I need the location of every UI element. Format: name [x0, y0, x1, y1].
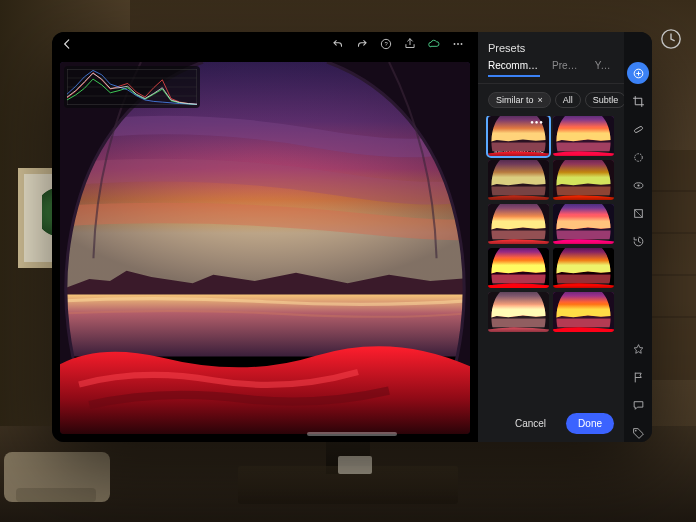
help-icon[interactable]: ? [374, 37, 398, 55]
tool-edit-icon[interactable] [627, 62, 649, 84]
svg-rect-27 [553, 160, 614, 187]
svg-rect-36 [553, 275, 614, 284]
tool-redeye-icon[interactable] [627, 174, 649, 196]
tab-yours[interactable]: Yours [595, 60, 614, 77]
svg-rect-33 [488, 248, 549, 275]
spatial-control-knob[interactable] [660, 28, 682, 50]
svg-rect-32 [553, 231, 614, 240]
chip-all[interactable]: All [555, 92, 581, 108]
preset-thumb[interactable] [488, 292, 549, 332]
preset-thumb[interactable] [553, 204, 614, 244]
preset-thumb[interactable] [488, 116, 549, 156]
svg-point-15 [634, 153, 642, 161]
presets-panel: Presets RecommendedPremiumYours Similar … [478, 32, 652, 442]
chip-close-icon[interactable]: × [538, 95, 543, 105]
svg-rect-37 [488, 292, 549, 319]
photo-canvas[interactable] [60, 62, 470, 434]
room-book [338, 456, 372, 474]
svg-rect-39 [553, 292, 614, 319]
tool-flag-icon[interactable] [627, 366, 649, 388]
svg-rect-31 [553, 204, 614, 231]
done-button[interactable]: Done [566, 413, 614, 434]
tool-crop-icon[interactable] [627, 90, 649, 112]
svg-point-17 [637, 184, 639, 186]
cloud-sync-icon[interactable] [422, 37, 446, 55]
preset-grid: More like this [478, 116, 624, 405]
cancel-button[interactable]: Cancel [503, 413, 558, 434]
home-indicator[interactable] [307, 432, 397, 436]
preset-thumb[interactable] [488, 204, 549, 244]
svg-point-4 [457, 43, 459, 45]
svg-rect-14 [633, 125, 642, 132]
top-bar: ? [52, 32, 478, 60]
svg-rect-26 [488, 187, 549, 196]
preset-thumb[interactable] [553, 292, 614, 332]
filter-chips: Similar to × All Subtle [478, 84, 624, 116]
redo-icon[interactable] [350, 37, 374, 55]
svg-rect-23 [553, 116, 614, 143]
panel-footer: Cancel Done [478, 405, 624, 442]
tool-geometry-icon[interactable] [627, 202, 649, 224]
tool-versions-icon[interactable] [627, 230, 649, 252]
preset-thumb[interactable] [553, 116, 614, 156]
svg-rect-25 [488, 160, 549, 187]
chip-subtle[interactable]: Subtle [585, 92, 624, 108]
svg-rect-24 [553, 143, 614, 152]
tool-strip [624, 32, 652, 442]
more-icon[interactable] [446, 37, 470, 55]
svg-rect-30 [488, 231, 549, 240]
chip-similar-to[interactable]: Similar to × [488, 92, 551, 108]
preset-thumb[interactable] [553, 248, 614, 288]
svg-rect-40 [553, 319, 614, 328]
svg-point-5 [461, 43, 463, 45]
tool-tag-icon[interactable] [627, 422, 649, 442]
svg-rect-34 [488, 275, 549, 284]
tool-heal-icon[interactable] [627, 118, 649, 140]
preset-thumb[interactable] [488, 248, 549, 288]
svg-point-3 [454, 43, 456, 45]
svg-rect-38 [488, 319, 549, 328]
svg-rect-21 [488, 116, 549, 143]
tool-mask-icon[interactable] [627, 146, 649, 168]
histogram[interactable] [64, 66, 200, 108]
tool-star-icon[interactable] [627, 338, 649, 360]
tab-recommended[interactable]: Recommended [488, 60, 540, 77]
preset-thumb[interactable] [553, 160, 614, 200]
svg-rect-29 [488, 204, 549, 231]
panel-tabs: RecommendedPremiumYours [478, 60, 624, 84]
svg-text:?: ? [384, 41, 388, 47]
tab-premium[interactable]: Premium [552, 60, 583, 77]
tool-comment-icon[interactable] [627, 394, 649, 416]
svg-rect-22 [488, 143, 549, 152]
app-window: ? [52, 32, 652, 442]
svg-point-19 [634, 429, 636, 431]
share-icon[interactable] [398, 37, 422, 55]
back-button[interactable] [60, 37, 74, 55]
panel-title: Presets [478, 32, 624, 60]
svg-rect-28 [553, 187, 614, 196]
chip-label: Similar to [496, 95, 534, 105]
preset-thumb[interactable] [488, 160, 549, 200]
svg-rect-35 [553, 248, 614, 275]
undo-icon[interactable] [326, 37, 350, 55]
canvas-area: ? [52, 32, 478, 442]
room-sofa [4, 452, 110, 502]
